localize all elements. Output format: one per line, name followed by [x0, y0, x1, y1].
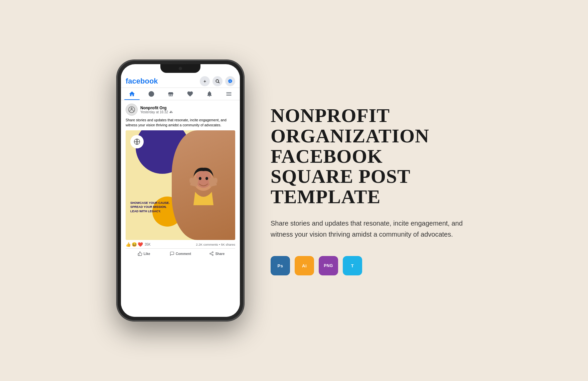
- template-icon: T: [343, 256, 362, 275]
- post-actions: Like Comment Share: [126, 249, 235, 259]
- nav-menu[interactable]: [219, 88, 239, 100]
- right-content: NONPROFIT ORGANIZATION FACEBOOK SQUARE P…: [271, 99, 471, 282]
- author-name: Nonprofit Org: [140, 106, 235, 110]
- author-avatar: [126, 104, 138, 116]
- main-title: NONPROFIT ORGANIZATION FACEBOOK SQUARE P…: [271, 106, 471, 207]
- facebook-header: facebook +: [121, 74, 240, 88]
- nav-video[interactable]: [142, 88, 161, 100]
- phone-mockup: facebook +: [117, 60, 244, 321]
- post-text: Share stories and updates that resonate,…: [126, 118, 235, 128]
- phone-screen: facebook +: [121, 64, 240, 317]
- like-emoji: 👍: [126, 242, 131, 247]
- facebook-nav: [121, 88, 240, 100]
- messenger-icon-button[interactable]: [225, 76, 235, 86]
- post-reactions: 👍 😆 ❤️ 35K 2.2K comments • 5K shares: [126, 240, 235, 249]
- love-emoji: ❤️: [138, 242, 143, 247]
- nav-notifications[interactable]: [200, 88, 219, 100]
- phone-content: facebook +: [121, 74, 240, 317]
- haha-emoji: 😆: [132, 242, 137, 247]
- reaction-count: 35K: [145, 243, 151, 246]
- camera-dot: [179, 67, 182, 70]
- author-time: Yesterday at 16:32: [140, 110, 235, 114]
- author-info: Nonprofit Org Yesterday at 16:32: [140, 106, 235, 114]
- svg-point-6: [195, 170, 211, 188]
- post-author: Nonprofit Org Yesterday at 16:32: [126, 104, 235, 116]
- like-button[interactable]: Like: [126, 250, 162, 257]
- person-illustration: [172, 130, 235, 240]
- illustrator-icon: Ai: [295, 256, 314, 275]
- reaction-stats: 2.2K comments • 5K shares: [196, 243, 235, 246]
- app-icons-row: Ps Ai PNG T: [271, 256, 471, 275]
- search-icon-button[interactable]: [212, 76, 223, 86]
- phone-shell: facebook +: [117, 60, 244, 321]
- svg-point-0: [216, 80, 218, 82]
- svg-line-13: [211, 253, 212, 253]
- add-icon-button[interactable]: +: [200, 76, 210, 86]
- photoshop-icon: Ps: [271, 256, 290, 275]
- person-bg: [172, 130, 235, 240]
- nav-home[interactable]: [122, 88, 142, 100]
- svg-point-11: [212, 255, 213, 256]
- facebook-logo: facebook: [126, 77, 158, 86]
- main-description: Share stories and updates that resonate,…: [271, 218, 471, 240]
- post-image-text: SHOWCASE YOUR CAUSE. SPREAD YOUR MISSION…: [130, 201, 170, 214]
- svg-line-1: [218, 82, 219, 83]
- share-button[interactable]: Share: [199, 250, 235, 257]
- comment-button[interactable]: Comment: [162, 250, 198, 257]
- reaction-icons-group: 👍 😆 ❤️ 35K: [126, 242, 151, 247]
- svg-line-12: [211, 254, 212, 255]
- svg-point-9: [212, 252, 213, 253]
- svg-point-7: [199, 177, 201, 180]
- header-icons: +: [200, 76, 235, 86]
- phone-notch: [160, 64, 200, 73]
- svg-point-10: [210, 253, 211, 255]
- nav-friends[interactable]: [180, 88, 200, 100]
- png-icon: PNG: [319, 256, 338, 275]
- post-image: SHOWCASE YOUR CAUSE. SPREAD YOUR MISSION…: [126, 130, 235, 240]
- facebook-post: Nonprofit Org Yesterday at 16:32 Share s…: [121, 100, 240, 317]
- svg-point-8: [205, 177, 208, 180]
- page-container: facebook +: [0, 0, 588, 381]
- nav-marketplace[interactable]: [161, 88, 180, 100]
- svg-point-3: [131, 108, 132, 109]
